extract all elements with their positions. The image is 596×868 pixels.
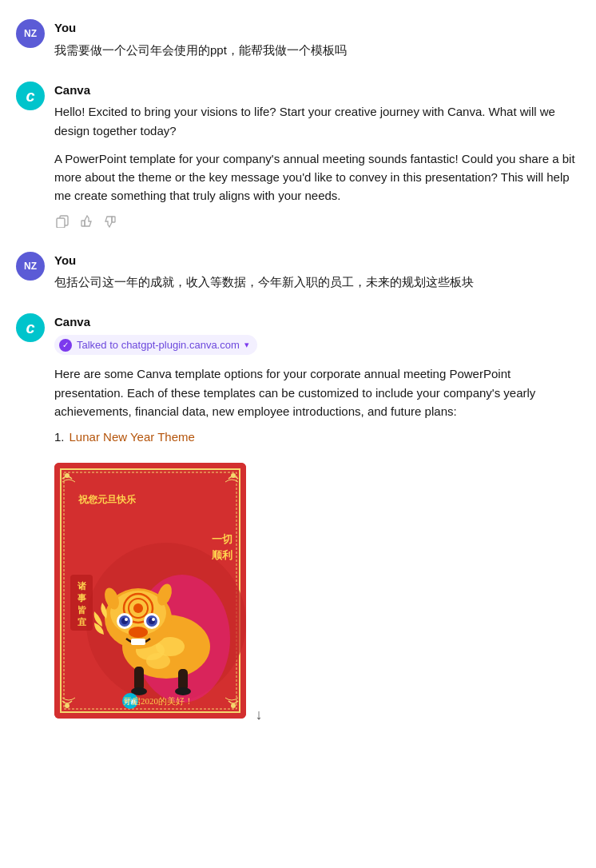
svg-rect-1 xyxy=(57,218,65,228)
svg-text:宜: 宜 xyxy=(77,617,86,627)
list-item-1-number: 1. xyxy=(54,428,65,447)
scroll-down-button[interactable]: ↓ xyxy=(248,704,270,727)
svg-point-16 xyxy=(146,653,170,669)
svg-rect-18 xyxy=(178,669,188,691)
list-item-1: 1. Lunar New Year Theme xyxy=(54,428,580,447)
message-row-canva-2: c Canva ✓ Talked to chatgpt-plugin.canva… xyxy=(16,313,580,723)
canva-1-para-2: A PowerPoint template for your company's… xyxy=(54,149,580,205)
svg-text:顺利: 顺利 xyxy=(211,549,232,561)
lunar-new-year-link[interactable]: Lunar New Year Theme xyxy=(70,428,195,447)
svg-point-10 xyxy=(231,703,236,708)
talked-to-text: Talked to chatgpt-plugin.canva.com xyxy=(77,337,240,353)
talked-to-badge[interactable]: ✓ Talked to chatgpt-plugin.canva.com ▾ xyxy=(54,335,257,356)
avatar-user-1: NZ xyxy=(16,19,45,48)
svg-text:开启2020的美好！: 开启2020的美好！ xyxy=(123,696,193,706)
message-text-user-1: 我需要做一个公司年会使用的ppt，能帮我做一个模板吗 xyxy=(54,41,580,59)
svg-point-34 xyxy=(129,627,148,638)
svg-rect-17 xyxy=(134,667,144,691)
message-text-user-2: 包括公司这一年的成就，收入等数据，今年新入职的员工，未来的规划这些板块 xyxy=(54,273,580,291)
template-image[interactable]: 祝您元旦快乐 一切 顺利 诸 事 皆 宜 可画 xyxy=(54,463,246,719)
svg-text:事: 事 xyxy=(77,593,87,603)
sender-name-user-1: You xyxy=(54,19,580,38)
svg-point-29 xyxy=(125,618,128,621)
thumbs-down-icon[interactable] xyxy=(102,213,118,229)
avatar-canva-2: c xyxy=(16,313,45,342)
message-row-user-2: NZ You 包括公司这一年的成就，收入等数据，今年新入职的员工，未来的规划这些… xyxy=(16,252,580,292)
svg-point-25 xyxy=(133,603,143,613)
avatar-canva-1: c xyxy=(16,82,45,110)
thumbs-up-icon[interactable] xyxy=(78,213,94,229)
svg-text:皆: 皆 xyxy=(77,605,86,615)
svg-point-33 xyxy=(152,618,155,621)
copy-icon[interactable] xyxy=(54,213,70,229)
svg-text:祝您元旦快乐: 祝您元旦快乐 xyxy=(77,494,136,505)
message-content-user-2: You 包括公司这一年的成就，收入等数据，今年新入职的员工，未来的规划这些板块 xyxy=(54,252,580,292)
check-icon: ✓ xyxy=(59,339,72,352)
avatar-user-2: NZ xyxy=(16,252,45,281)
sender-name-canva-1: Canva xyxy=(54,82,580,100)
template-list: 1. Lunar New Year Theme xyxy=(54,428,580,447)
template-image-container: 祝您元旦快乐 一切 顺利 诸 事 皆 宜 可画 xyxy=(54,463,246,719)
svg-rect-3 xyxy=(112,217,115,222)
svg-rect-2 xyxy=(81,221,85,226)
svg-point-9 xyxy=(65,703,70,708)
svg-text:诸: 诸 xyxy=(77,581,87,591)
sender-name-canva-2: Canva xyxy=(54,313,580,332)
action-icons xyxy=(54,213,580,229)
svg-text:一切: 一切 xyxy=(212,533,232,545)
sender-name-user-2: You xyxy=(54,252,580,270)
message-content-canva-1: Canva Hello! Excited to bring your visio… xyxy=(54,82,580,229)
canva-2-para-1: Here are some Canva template options for… xyxy=(54,364,580,420)
message-row-canva-1: c Canva Hello! Excited to bring your vis… xyxy=(16,82,580,229)
message-row-user-1: NZ You 我需要做一个公司年会使用的ppt，能帮我做一个模板吗 xyxy=(16,19,580,59)
chevron-down-icon: ▾ xyxy=(244,338,249,352)
chat-container: NZ You 我需要做一个公司年会使用的ppt，能帮我做一个模板吗 c Canv… xyxy=(0,0,596,765)
svg-point-20 xyxy=(175,687,191,695)
message-content-canva-2: Canva ✓ Talked to chatgpt-plugin.canva.c… xyxy=(54,313,580,723)
canva-1-para-1: Hello! Excited to bring your visions to … xyxy=(54,102,580,140)
svg-rect-35 xyxy=(131,639,145,645)
message-content-user-1: You 我需要做一个公司年会使用的ppt，能帮我做一个模板吗 xyxy=(54,19,580,59)
